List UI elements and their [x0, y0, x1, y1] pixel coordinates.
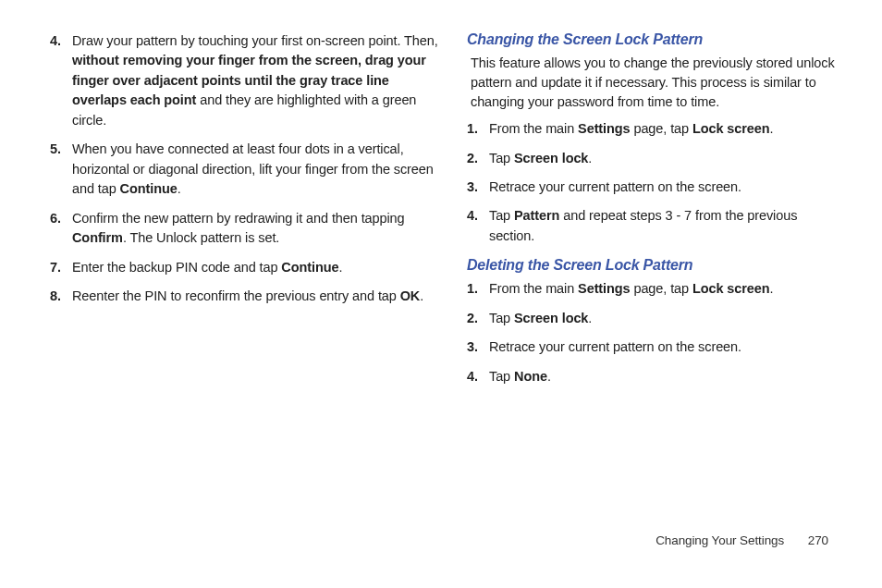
list-marker: 4. [50, 31, 61, 51]
footer-label: Changing Your Settings [655, 533, 784, 547]
text-segment: From the main [489, 281, 578, 296]
list-marker: 4. [467, 206, 478, 226]
text-segment: . [588, 151, 592, 165]
text-segment: Lock screen [692, 121, 770, 136]
list-item: 2.Tap Screen lock. [489, 309, 841, 328]
text-segment: Screen lock [514, 151, 588, 165]
list-marker: 4. [467, 367, 478, 386]
page-content: 4.Draw your pattern by touching your fir… [0, 0, 882, 398]
text-segment: page, tap [631, 121, 692, 136]
text-segment: Tap [489, 151, 514, 165]
list-item: 4.Tap Pattern and repeat steps 3 - 7 fro… [489, 206, 841, 246]
text-segment: Screen lock [514, 311, 588, 325]
list-item: 3.Retrace your current pattern on the sc… [489, 337, 841, 357]
text-segment: Continue [281, 260, 338, 275]
list-item: 3.Retrace your current pattern on the sc… [489, 178, 841, 197]
section-deleting-pattern: Deleting the Screen Lock Pattern 1.From … [467, 257, 841, 386]
list-marker: 3. [467, 337, 478, 357]
text-segment: . [769, 121, 773, 136]
list-marker: 1. [467, 279, 478, 299]
section-heading: Deleting the Screen Lock Pattern [467, 257, 841, 274]
list-item: 1.From the main Settings page, tap Lock … [489, 279, 841, 299]
text-segment: Reenter the PIN to reconfirm the previou… [72, 288, 400, 303]
text-segment: Tap [489, 369, 514, 384]
list-marker: 5. [50, 140, 61, 159]
list-marker: 6. [50, 209, 61, 228]
text-segment: . [420, 288, 423, 303]
list-marker: 8. [50, 287, 61, 306]
list-marker: 1. [467, 119, 478, 139]
text-segment: . [769, 281, 773, 296]
list-item: 4.Tap None. [489, 367, 841, 386]
text-segment: page, tap [631, 281, 692, 296]
text-segment: . [178, 181, 181, 196]
text-segment: Confirm [72, 230, 123, 245]
section2-list: 1.From the main Settings page, tap Lock … [467, 279, 841, 386]
list-item: 5.When you have connected at least four … [72, 140, 439, 199]
text-segment: Draw your pattern by touching your first… [72, 33, 438, 48]
text-segment: Retrace your current pattern on the scre… [489, 179, 741, 194]
text-segment: Continue [120, 181, 178, 196]
text-segment: Tap [489, 311, 514, 325]
page-footer: Changing Your Settings 270 [655, 533, 828, 547]
text-segment: Confirm the new pattern by redrawing it … [72, 211, 405, 226]
left-column: 4.Draw your pattern by touching your fir… [50, 31, 439, 398]
list-marker: 2. [467, 309, 478, 328]
text-segment: Retrace your current pattern on the scre… [489, 339, 741, 354]
section-intro: This feature allows you to change the pr… [467, 54, 841, 112]
text-segment: Tap [489, 208, 514, 223]
text-segment: Settings [578, 121, 630, 136]
text-segment: . [547, 369, 551, 384]
list-item: 1.From the main Settings page, tap Lock … [489, 119, 841, 139]
text-segment: Lock screen [692, 281, 770, 296]
section-heading: Changing the Screen Lock Pattern [467, 31, 841, 48]
text-segment: Settings [578, 281, 630, 296]
text-segment: . The Unlock pattern is set. [123, 230, 279, 245]
list-item: 4.Draw your pattern by touching your fir… [72, 31, 439, 130]
list-marker: 7. [50, 258, 61, 277]
text-segment: None [514, 369, 547, 384]
list-item: 2.Tap Screen lock. [489, 149, 841, 168]
left-ordered-list: 4.Draw your pattern by touching your fir… [50, 31, 439, 306]
list-item: 8.Reenter the PIN to reconfirm the previ… [72, 287, 439, 306]
text-segment: . [588, 311, 592, 325]
list-item: 7.Enter the backup PIN code and tap Cont… [72, 258, 439, 277]
list-marker: 2. [467, 149, 478, 168]
text-segment: From the main [489, 121, 578, 136]
text-segment: . [338, 260, 342, 275]
text-segment: OK [400, 288, 421, 303]
right-column: Changing the Screen Lock Pattern This fe… [467, 31, 841, 398]
list-marker: 3. [467, 178, 478, 197]
list-item: 6.Confirm the new pattern by redrawing i… [72, 209, 439, 249]
section-changing-pattern: Changing the Screen Lock Pattern This fe… [467, 31, 841, 246]
text-segment: Pattern [514, 208, 559, 223]
page-number: 270 [808, 533, 828, 547]
text-segment: Enter the backup PIN code and tap [72, 260, 281, 275]
section1-list: 1.From the main Settings page, tap Lock … [467, 119, 841, 246]
